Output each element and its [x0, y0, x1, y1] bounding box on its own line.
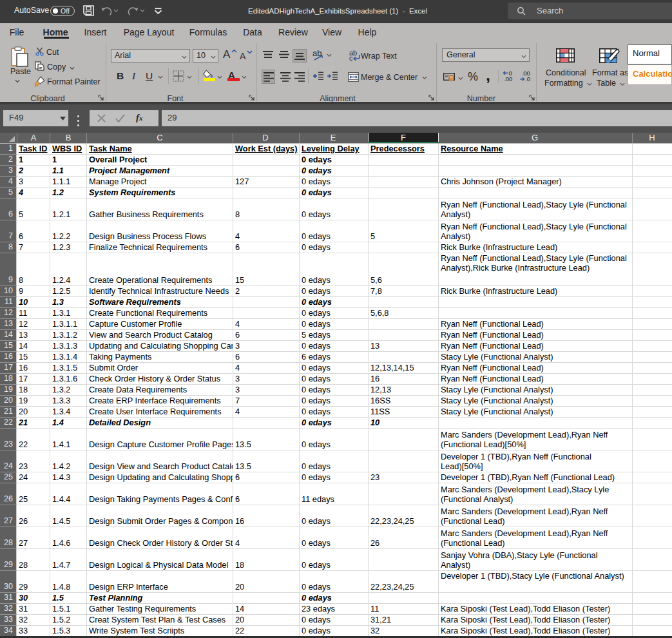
svg-text:.0: .0	[525, 75, 530, 82]
svg-text:.00: .00	[504, 75, 512, 82]
